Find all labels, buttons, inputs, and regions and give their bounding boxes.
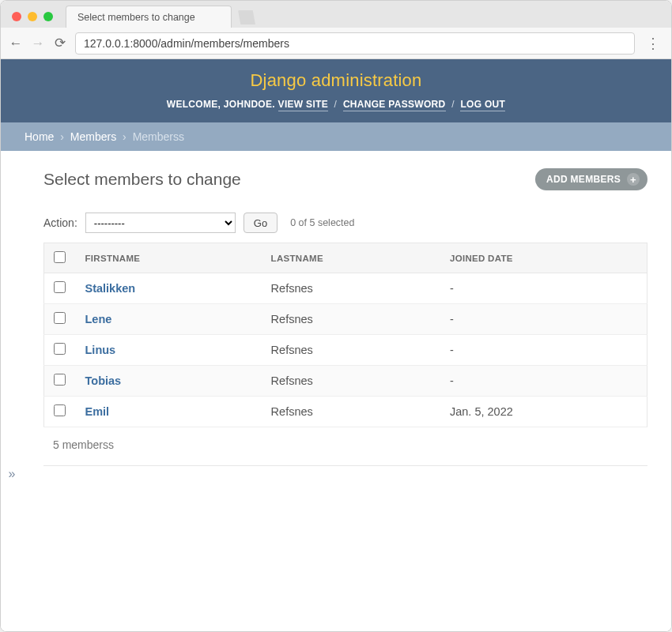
action-select[interactable]: --------- bbox=[85, 213, 236, 233]
browser-window: Select members to change ← → ⟳ 127.0.0.1… bbox=[0, 0, 672, 632]
heading-row: Select members to change ADD MEMBERS + bbox=[43, 168, 647, 190]
back-icon[interactable]: ← bbox=[9, 36, 23, 51]
row-checkbox[interactable] bbox=[54, 374, 66, 386]
cell-firstname: Tobias bbox=[76, 366, 262, 397]
site-title: Django administration bbox=[1, 70, 671, 91]
firstname-link[interactable]: Stalikken bbox=[85, 282, 136, 295]
browser-toolbar: ← → ⟳ 127.0.0.1:8000/admin/members/membe… bbox=[1, 28, 671, 59]
separator: / bbox=[334, 99, 338, 110]
row-checkbox-cell bbox=[44, 273, 76, 304]
cell-firstname: Emil bbox=[76, 397, 262, 427]
new-tab-button[interactable] bbox=[238, 10, 255, 24]
firstname-link[interactable]: Emil bbox=[85, 405, 110, 418]
admin-header: Django administration WELCOME, JOHNDOE. … bbox=[1, 59, 671, 122]
change-password-link[interactable]: CHANGE PASSWORD bbox=[343, 99, 446, 111]
plus-icon: + bbox=[627, 173, 640, 186]
maximize-window-icon[interactable] bbox=[43, 12, 53, 21]
table-row: EmilRefsnesJan. 5, 2022 bbox=[44, 397, 647, 427]
cell-lastname: Refsnes bbox=[262, 366, 440, 397]
go-button[interactable]: Go bbox=[244, 213, 277, 233]
page-title: Select members to change bbox=[43, 170, 241, 189]
cell-firstname: Linus bbox=[76, 335, 262, 366]
row-checkbox[interactable] bbox=[54, 343, 66, 355]
close-window-icon[interactable] bbox=[12, 12, 21, 21]
row-checkbox-cell bbox=[44, 335, 76, 366]
col-joined[interactable]: JOINED DATE bbox=[440, 243, 647, 273]
cell-joined-date: - bbox=[440, 366, 647, 397]
firstname-link[interactable]: Tobias bbox=[85, 374, 122, 387]
username: JOHNDOE bbox=[224, 99, 272, 110]
welcome-dot: . bbox=[272, 99, 277, 110]
tab-title: Select members to change bbox=[77, 12, 195, 23]
table-row: TobiasRefsnes- bbox=[44, 366, 647, 397]
chevron-right-icon: » bbox=[9, 467, 16, 481]
toggle-sidebar-button[interactable]: » bbox=[1, 151, 23, 631]
minimize-window-icon[interactable] bbox=[28, 12, 37, 21]
browser-menu-icon[interactable]: ⋮ bbox=[643, 35, 663, 52]
cell-lastname: Refsnes bbox=[262, 273, 440, 304]
row-checkbox-cell bbox=[44, 366, 76, 397]
breadcrumb-home[interactable]: Home bbox=[25, 130, 54, 143]
reload-icon[interactable]: ⟳ bbox=[53, 35, 67, 51]
table-row: LeneRefsnes- bbox=[44, 304, 647, 335]
table-row: LinusRefsnes- bbox=[44, 335, 647, 366]
url-input[interactable]: 127.0.0.1:8000/admin/members/members bbox=[75, 32, 635, 55]
table-header-row: FIRSTNAME LASTNAME JOINED DATE bbox=[44, 243, 647, 273]
action-label: Action: bbox=[43, 216, 77, 229]
user-bar: WELCOME, JOHNDOE. VIEW SITE / CHANGE PAS… bbox=[1, 99, 671, 110]
add-button-label: ADD MEMBERS bbox=[546, 174, 621, 185]
cell-lastname: Refsnes bbox=[262, 335, 440, 366]
breadcrumb-app[interactable]: Members bbox=[70, 130, 116, 143]
col-lastname[interactable]: LASTNAME bbox=[262, 243, 440, 273]
col-firstname[interactable]: FIRSTNAME bbox=[76, 243, 262, 273]
content-wrap: » Select members to change ADD MEMBERS +… bbox=[1, 151, 671, 631]
cell-lastname: Refsnes bbox=[262, 397, 440, 427]
add-members-button[interactable]: ADD MEMBERS + bbox=[535, 168, 647, 190]
cell-firstname: Lene bbox=[76, 304, 262, 335]
breadcrumb-current: Memberss bbox=[133, 130, 184, 143]
row-checkbox[interactable] bbox=[54, 312, 66, 324]
results-table: FIRSTNAME LASTNAME JOINED DATE Stalikken… bbox=[43, 243, 647, 427]
row-checkbox[interactable] bbox=[54, 404, 66, 416]
url-text: 127.0.0.1:8000/admin/members/members bbox=[84, 37, 289, 50]
browser-tab[interactable]: Select members to change bbox=[66, 6, 232, 28]
logout-link[interactable]: LOG OUT bbox=[460, 99, 505, 111]
forward-icon[interactable]: → bbox=[31, 36, 45, 51]
table-row: StalikkenRefsnes- bbox=[44, 273, 647, 304]
action-row: Action: --------- Go 0 of 5 selected bbox=[43, 213, 647, 233]
cell-joined-date: - bbox=[440, 335, 647, 366]
separator: / bbox=[451, 99, 455, 110]
welcome-prefix: WELCOME, bbox=[167, 99, 224, 110]
breadcrumb-caret: › bbox=[60, 130, 64, 143]
row-checkbox[interactable] bbox=[54, 281, 66, 293]
firstname-link[interactable]: Linus bbox=[85, 344, 116, 356]
row-checkbox-cell bbox=[44, 397, 76, 427]
firstname-link[interactable]: Lene bbox=[85, 313, 112, 325]
select-all-checkbox[interactable] bbox=[54, 251, 66, 263]
breadcrumb: Home › Members › Memberss bbox=[1, 122, 671, 151]
selection-count: 0 of 5 selected bbox=[290, 217, 354, 228]
select-all-header bbox=[44, 243, 76, 273]
cell-joined-date: - bbox=[440, 273, 647, 304]
row-checkbox-cell bbox=[44, 304, 76, 335]
cell-lastname: Refsnes bbox=[262, 304, 440, 335]
breadcrumb-caret: › bbox=[123, 130, 126, 143]
browser-tabbar: Select members to change bbox=[1, 1, 671, 28]
window-controls bbox=[9, 12, 59, 28]
cell-joined-date: - bbox=[440, 304, 647, 335]
result-count: 5 memberss bbox=[43, 427, 647, 466]
cell-firstname: Stalikken bbox=[76, 273, 262, 304]
cell-joined-date: Jan. 5, 2022 bbox=[440, 397, 647, 427]
view-site-link[interactable]: VIEW SITE bbox=[278, 99, 328, 111]
content: Select members to change ADD MEMBERS + A… bbox=[23, 151, 671, 631]
